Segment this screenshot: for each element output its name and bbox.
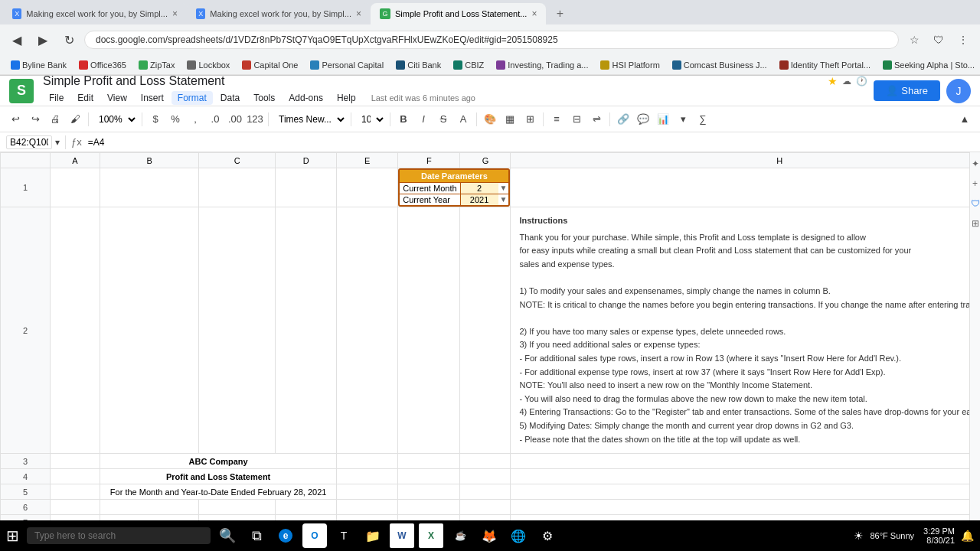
cell-h2[interactable]: Instructions Thank you for your purchase… — [511, 207, 969, 454]
redo-button[interactable]: ↪ — [26, 110, 44, 129]
right-panel-shield-icon[interactable]: 🛡 — [971, 198, 980, 209]
cell-g6[interactable] — [460, 500, 511, 515]
cell-e3[interactable] — [337, 454, 398, 469]
paint-format-button[interactable]: 🖌 — [66, 110, 84, 129]
month-dropdown-icon[interactable]: ▼ — [498, 183, 509, 194]
menu-tools[interactable]: Tools — [247, 91, 281, 105]
cell-d2[interactable] — [276, 207, 337, 454]
cell-g3[interactable] — [460, 454, 511, 469]
bold-button[interactable]: B — [394, 110, 413, 129]
taskbar-chrome-icon[interactable]: 🌐 — [506, 523, 531, 548]
merge-button[interactable]: ⊞ — [521, 110, 539, 129]
browser-tab-1[interactable]: X Making excel work for you, by Simpl...… — [3, 3, 187, 24]
cell-c6[interactable] — [199, 500, 276, 515]
align-left-button[interactable]: ≡ — [547, 110, 566, 129]
cell-d6[interactable] — [276, 500, 337, 515]
cell-reference-input[interactable] — [6, 135, 52, 149]
taskbar-search-input[interactable] — [27, 527, 211, 544]
bookmark-seeking[interactable]: Seeking Alpha | Sto... — [878, 59, 979, 71]
col-header-f[interactable]: F — [398, 153, 460, 168]
filter-button[interactable]: ▾ — [674, 110, 692, 129]
tab-close-1[interactable]: × — [172, 8, 178, 19]
menu-insert[interactable]: Insert — [135, 91, 170, 105]
menu-edit[interactable]: Edit — [71, 91, 100, 105]
cell-h6[interactable] — [511, 500, 969, 515]
format-123-button[interactable]: 123 — [246, 110, 264, 129]
taskbar-java-icon[interactable]: ☕ — [448, 523, 472, 548]
wrap-button[interactable]: ⇌ — [587, 110, 606, 129]
cell-e6[interactable] — [337, 500, 398, 515]
bookmark-cbiz[interactable]: CBIZ — [449, 59, 488, 71]
menu-data[interactable]: Data — [214, 91, 246, 105]
taskbar-outlook-icon[interactable]: O — [302, 523, 327, 548]
col-header-c[interactable]: C — [199, 153, 276, 168]
taskbar-file-icon[interactable]: 📁 — [361, 523, 385, 548]
menu-icon[interactable]: ⋮ — [952, 29, 974, 51]
cell-a2[interactable] — [51, 207, 100, 454]
bookmark-investing[interactable]: Investing, Trading a... — [492, 59, 593, 71]
cell-b4-title[interactable]: Profit and Loss Statement — [100, 469, 337, 484]
formula-expand-icon[interactable]: ▾ — [55, 137, 60, 148]
taskbar-task-view-icon[interactable]: ⧉ — [244, 523, 269, 548]
cell-e1[interactable] — [337, 168, 398, 207]
cell-a4[interactable] — [51, 469, 100, 484]
taskbar-edge-icon[interactable]: e — [273, 523, 298, 548]
cell-d1[interactable] — [276, 168, 337, 207]
menu-addons[interactable]: Add-ons — [283, 91, 329, 105]
cell-h5[interactable] — [511, 484, 969, 500]
cell-f4[interactable] — [398, 469, 460, 484]
cell-h3[interactable] — [511, 454, 969, 469]
cell-g4[interactable] — [460, 469, 511, 484]
cell-f5[interactable] — [398, 484, 460, 500]
favorite-star-icon[interactable]: ★ — [828, 75, 838, 87]
back-button[interactable]: ◀ — [6, 29, 28, 51]
address-bar[interactable]: docs.google.com/spreadsheets/d/1VDZr8nPb… — [84, 31, 899, 49]
menu-view[interactable]: View — [101, 91, 133, 105]
menu-file[interactable]: File — [43, 91, 70, 105]
grid-scroll[interactable]: A B C D E F G H I J 1 — [0, 152, 969, 544]
bookmark-personal[interactable]: Personal Capital — [305, 59, 388, 71]
bookmark-office365[interactable]: Office365 — [74, 59, 131, 71]
menu-format[interactable]: Format — [172, 91, 213, 105]
col-header-b[interactable]: B — [100, 153, 199, 168]
decimal-decrease-button[interactable]: .0 — [206, 110, 224, 129]
bookmark-comcast[interactable]: Comcast Business J... — [668, 59, 772, 71]
current-year-value[interactable]: 2021 — [460, 194, 498, 205]
font-size-selector[interactable]: 10 — [355, 112, 386, 127]
cell-f6[interactable] — [398, 500, 460, 515]
cell-g5[interactable] — [460, 484, 511, 500]
bookmark-icon[interactable]: ☆ — [903, 29, 925, 51]
col-header-d[interactable]: D — [276, 153, 337, 168]
cell-a3[interactable] — [51, 454, 100, 469]
taskbar-word-icon[interactable]: W — [390, 523, 414, 548]
borders-button[interactable]: ▦ — [501, 110, 519, 129]
cell-a5[interactable] — [51, 484, 100, 500]
extension-icon[interactable]: 🛡 — [928, 29, 949, 51]
taskbar-notification-icon[interactable]: 🔔 — [961, 530, 974, 542]
cell-f2[interactable] — [398, 207, 460, 454]
percent-button[interactable]: % — [166, 110, 185, 129]
undo-button[interactable]: ↩ — [6, 110, 24, 129]
comma-style-button[interactable]: , — [186, 110, 204, 129]
align-vertical-button[interactable]: ⊟ — [567, 110, 586, 129]
browser-tab-2[interactable]: X Making excel work for you, by Simpl...… — [187, 3, 371, 24]
cell-g2[interactable] — [460, 207, 511, 454]
font-color-button[interactable]: A — [454, 110, 472, 129]
taskbar-teams-icon[interactable]: T — [332, 523, 356, 548]
bookmark-ziptax[interactable]: ZipTax — [134, 59, 179, 71]
bookmark-capital[interactable]: Capital One — [237, 59, 302, 71]
cell-h1[interactable] — [511, 168, 969, 207]
bookmark-identity[interactable]: Identity Theft Portal... — [775, 59, 875, 71]
year-dropdown-icon[interactable]: ▼ — [498, 194, 509, 205]
cell-e5[interactable] — [337, 484, 398, 500]
right-panel-expand-icon[interactable]: ⊞ — [972, 218, 979, 229]
cell-c2[interactable] — [199, 207, 276, 454]
cell-a6[interactable] — [51, 500, 100, 515]
cell-c1[interactable] — [199, 168, 276, 207]
cell-f3[interactable] — [398, 454, 460, 469]
print-button[interactable]: 🖨 — [46, 110, 64, 129]
right-panel-plus-icon[interactable]: + — [972, 178, 978, 189]
share-button[interactable]: 👤 Share — [874, 80, 940, 101]
windows-start-icon[interactable]: ⊞ — [6, 527, 19, 545]
tab-close-2[interactable]: × — [356, 8, 361, 19]
